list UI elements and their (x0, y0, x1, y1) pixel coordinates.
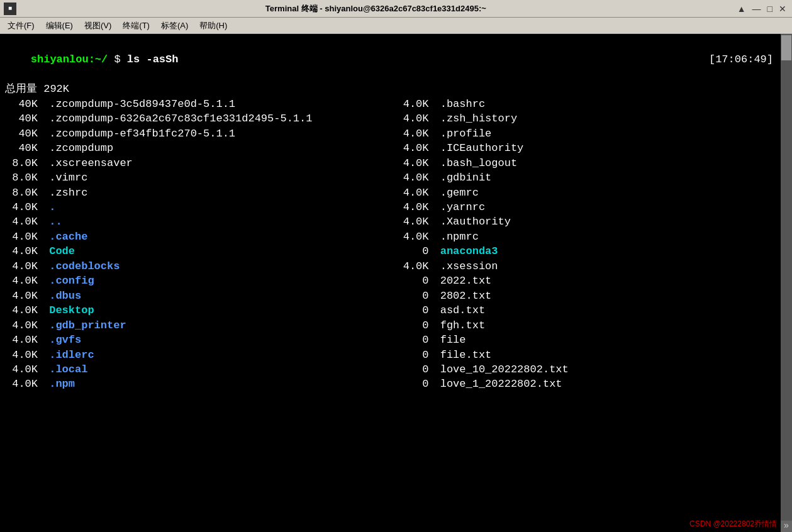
file-name: .cache (43, 230, 87, 244)
list-item: 0 2802.txt (396, 289, 788, 303)
menu-edit[interactable]: 编辑(E) (41, 19, 78, 33)
file-name: .bashrc (434, 97, 486, 111)
list-item: 4.0K .ICEauthority (396, 141, 788, 155)
list-item: 4.0K .dbus (5, 289, 396, 303)
file-size: 4.0K (5, 230, 43, 244)
titlebar: ■ Terminal 终端 - shiyanlou@6326a2c67c83cf… (0, 0, 792, 18)
file-name: .profile (434, 126, 492, 141)
file-name: 2022.txt (434, 274, 492, 288)
file-name: love_1_20222802.txt (434, 377, 562, 391)
file-name: .zcompdump-ef34fb1fc270-5.1.1 (43, 126, 235, 141)
list-item: 4.0K .npmrc (396, 230, 788, 244)
file-size: 4.0K (5, 214, 43, 229)
list-item: 8.0K .xscreensaver (5, 156, 396, 170)
titlebar-close-button[interactable]: ✕ (777, 4, 788, 14)
file-size: 0 (396, 318, 434, 333)
list-item: 4.0K .gdbinit (396, 170, 788, 185)
file-name: Desktop (43, 303, 94, 318)
list-item: 4.0K .gvfs (5, 333, 396, 347)
scroll-arrow-bottom[interactable]: » (781, 521, 792, 532)
list-item: 8.0K .vimrc (5, 170, 396, 185)
file-size: 4.0K (5, 244, 43, 258)
titlebar-controls[interactable]: ▲ — □ ✕ (735, 4, 788, 14)
file-name: .config (43, 274, 94, 288)
file-size: 4.0K (5, 259, 43, 274)
list-item: 4.0K . (5, 200, 396, 214)
file-size: 8.0K (5, 170, 43, 185)
file-name: .. (43, 214, 62, 229)
file-size: 40K (5, 97, 43, 111)
list-item: 40K .zcompdump (5, 141, 396, 155)
file-size: 0 (396, 362, 434, 377)
file-name: .yarnrc (434, 200, 486, 214)
file-name: file.txt (434, 348, 492, 362)
file-name: Code (43, 244, 75, 258)
list-item: 40K .zcompdump-ef34fb1fc270-5.1.1 (5, 126, 396, 141)
list-item: 8.0K .zshrc (5, 186, 396, 200)
file-name: .npm (43, 377, 75, 391)
file-size: 0 (396, 289, 434, 303)
list-item: 4.0K .cache (5, 230, 396, 244)
file-name: .gdb_printer (43, 318, 126, 333)
file-size: 4.0K (396, 141, 434, 155)
file-name: .zcompdump (43, 141, 113, 155)
list-item: 4.0K .Xauthority (396, 214, 788, 229)
file-name: .idlerc (43, 348, 94, 362)
file-size: 4.0K (396, 230, 434, 244)
file-name: .npmrc (434, 230, 479, 244)
file-size: 0 (396, 348, 434, 362)
list-item: 4.0K .profile (396, 126, 788, 141)
menu-tabs[interactable]: 标签(A) (156, 19, 193, 33)
list-item: 4.0K .zsh_history (396, 111, 788, 126)
terminal: shiyanlou:~/ $ ls -asSh[17:06:49] 总用量 29… (0, 34, 792, 532)
menu-file[interactable]: 文件(F) (3, 19, 40, 33)
list-item: 4.0K Code (5, 244, 396, 258)
file-name: .gemrc (434, 186, 479, 200)
list-item: 4.0K .bash_logout (396, 156, 788, 170)
menu-terminal[interactable]: 终端(T) (118, 19, 155, 33)
file-size: 4.0K (5, 318, 43, 333)
file-size: 0 (396, 333, 434, 347)
list-item: 4.0K .. (5, 214, 396, 229)
file-size: 0 (396, 377, 434, 391)
list-item: 0 love_10_20222802.txt (396, 362, 788, 377)
file-name: 2802.txt (434, 289, 492, 303)
scrollbar[interactable]: » (781, 34, 792, 532)
list-item: 4.0K .gemrc (396, 186, 788, 200)
menu-help[interactable]: 帮助(H) (194, 19, 232, 33)
file-size: 0 (396, 274, 434, 288)
prompt-user: shiyanlou:~/ (31, 53, 108, 65)
list-item: 0 anaconda3 (396, 244, 788, 258)
titlebar-maximize-button[interactable]: □ (766, 4, 774, 14)
list-item: 0 asd.txt (396, 303, 788, 318)
file-size: 4.0K (396, 97, 434, 111)
file-name: .codeblocks (43, 259, 120, 274)
file-size: 4.0K (5, 200, 43, 214)
prompt-command: ls -asSh (127, 53, 179, 65)
file-name: love_10_20222802.txt (434, 362, 569, 377)
menu-view[interactable]: 视图(V) (79, 19, 116, 33)
file-size: 0 (396, 244, 434, 258)
file-name: .gvfs (43, 333, 81, 347)
file-col-right: 4.0K .bashrc4.0K .zsh_history4.0K .profi… (396, 97, 788, 392)
file-size: 4.0K (5, 303, 43, 318)
file-name: asd.txt (434, 303, 486, 318)
list-item: 0 love_1_20222802.txt (396, 377, 788, 391)
file-name: .bash_logout (434, 156, 518, 170)
titlebar-up-button[interactable]: ▲ (735, 4, 748, 14)
titlebar-title: Terminal 终端 - shiyanlou@6326a2c67c83cf1e… (16, 3, 735, 14)
scroll-thumb[interactable] (781, 35, 791, 60)
file-size: 4.0K (5, 333, 43, 347)
file-name: .zcompdump-3c5d89437e0d-5.1.1 (43, 97, 235, 111)
file-name: .local (43, 362, 87, 377)
file-size: 4.0K (396, 111, 434, 126)
list-item: 0 file.txt (396, 348, 788, 362)
file-name: .ICEauthority (434, 141, 524, 155)
timestamp: [17:06:49] (709, 52, 773, 67)
file-name: .zshrc (43, 186, 87, 200)
titlebar-minimize-button[interactable]: — (750, 4, 763, 14)
file-size: 4.0K (396, 259, 434, 274)
list-item: 40K .zcompdump-3c5d89437e0d-5.1.1 (5, 97, 396, 111)
file-size: 40K (5, 141, 43, 155)
file-name: .dbus (43, 289, 81, 303)
